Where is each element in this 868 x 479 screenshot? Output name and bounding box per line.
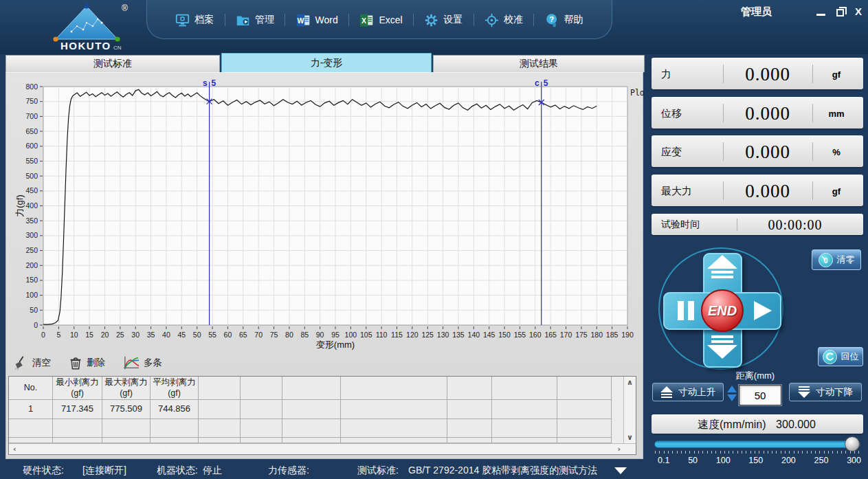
tick-label: 200 (781, 456, 796, 465)
svg-text:650: 650 (25, 127, 38, 135)
readout-force: 力 0.000 gf (652, 58, 863, 89)
scroll-left-arrow[interactable]: ‹ (13, 445, 16, 454)
scroll-up-arrow[interactable]: ∧ (627, 378, 633, 387)
svg-text:170: 170 (560, 331, 572, 339)
speed-slider-ticks (655, 451, 860, 454)
tick-label: 300 (847, 456, 861, 465)
menu-item-calibrate[interactable]: 校准 (485, 13, 523, 27)
jog-up-label: 寸动上升 (678, 386, 715, 399)
tick-label: 100 (716, 456, 731, 465)
home-label: 回位 (841, 350, 859, 363)
distance-input[interactable]: 50 (739, 385, 781, 405)
speed-slider-thumb[interactable] (845, 436, 860, 452)
table-vertical-scrollbar[interactable]: ∧ ∨ (623, 377, 636, 443)
menu-item-archive[interactable]: 档案 (175, 13, 214, 27)
menu-separator (225, 14, 225, 26)
force-deformation-chart[interactable]: 0510152025303540455055606570758085909510… (6, 73, 644, 352)
move-up-button[interactable] (707, 255, 737, 278)
svg-text:700: 700 (25, 112, 38, 120)
speed-value: 300.000 (748, 419, 844, 431)
test-time-label: 试验时间 (661, 219, 700, 231)
title-bar: 档案 管理 W Word X Excel 设置 校准 ? 帮助 (0, 0, 868, 54)
start-button[interactable] (754, 301, 772, 320)
table-header-cell: 最大剥离力(gf) (102, 377, 151, 400)
table-cell (241, 419, 282, 438)
table-cell (199, 438, 241, 443)
control-panel: 力 0.000 gf 位移 0.000 mm 应变 0.000 % 最大力 0.… (649, 55, 868, 467)
speed-card: 速度(mm/min) 300.000 (652, 414, 863, 434)
zero-button[interactable]: 0 清零 (812, 249, 861, 270)
table-header-cell: 平均剥离力(gf) (151, 377, 199, 400)
readout-value: 0.000 (723, 63, 812, 85)
svg-text:10: 10 (70, 331, 78, 339)
window-controls: X (816, 5, 862, 18)
table-cell (151, 419, 199, 438)
readout-strain: 应变 0.000 % (652, 135, 863, 167)
table-horizontal-scrollbar[interactable]: ‹ › (9, 443, 636, 454)
test-time-value: 00:00:00 (737, 217, 854, 233)
delete-button[interactable]: 删除 (69, 356, 105, 370)
table-header-cell (199, 377, 241, 400)
svg-text:120: 120 (406, 331, 419, 339)
menu-item-help[interactable]: ? 帮助 (545, 13, 583, 27)
multi-curve-button[interactable]: 多条 (123, 355, 162, 370)
tick-label: 0.1 (658, 456, 669, 465)
tab-test-standard[interactable]: 测试标准 (5, 55, 220, 72)
move-down-button[interactable] (707, 335, 737, 359)
table-cell (341, 438, 447, 443)
minimize-button[interactable] (816, 14, 825, 16)
table-cell (199, 419, 241, 438)
table-cell: 717.345 (53, 400, 102, 419)
table-cell (53, 419, 102, 438)
close-button[interactable]: X (855, 5, 862, 18)
menu-item-excel[interactable]: X Excel (359, 13, 402, 27)
svg-text:185: 185 (606, 331, 619, 339)
svg-text:CN: CN (113, 45, 122, 51)
svg-text:100: 100 (345, 331, 357, 339)
menu-label: 档案 (194, 14, 214, 26)
spinner-up-arrow[interactable] (727, 386, 737, 392)
table-cell (492, 419, 557, 438)
scroll-down-arrow[interactable]: ∨ (627, 433, 633, 442)
svg-text:75: 75 (270, 331, 278, 339)
tab-force-deformation[interactable]: 力-变形 (221, 53, 432, 72)
svg-text:140: 140 (468, 331, 480, 339)
results-table[interactable]: No.最小剥离力(gf)最大剥离力(gf)平均剥离力(gf)1717.34577… (8, 376, 636, 455)
svg-text:130: 130 (437, 331, 449, 339)
tab-test-result[interactable]: 测试结果 (433, 55, 645, 72)
jog-up-button[interactable]: 寸动上升 (652, 383, 724, 401)
svg-text:150: 150 (25, 276, 38, 284)
standard-dropdown-arrow[interactable] (614, 467, 627, 474)
svg-text:450: 450 (25, 186, 38, 194)
jog-down-button[interactable]: 寸动下降 (789, 383, 862, 401)
distance-label: 距离(mm) (726, 370, 785, 382)
machine-status-label: 机器状态: (157, 465, 198, 477)
distance-spinner[interactable] (727, 386, 737, 401)
menu-item-word[interactable]: W Word (296, 13, 338, 27)
maximize-button[interactable] (836, 9, 844, 16)
svg-text:0: 0 (34, 321, 38, 329)
readout-max-force: 最大力 0.000 gf (652, 175, 863, 206)
home-button[interactable]: 回位 (818, 347, 863, 366)
table-cell (241, 438, 282, 443)
end-button[interactable]: END (701, 289, 744, 332)
svg-text:180: 180 (590, 331, 603, 339)
readout-displacement: 位移 0.000 mm (652, 97, 863, 129)
svg-text:0: 0 (41, 331, 45, 339)
table-cell (102, 419, 151, 438)
menu-item-settings[interactable]: 设置 (424, 13, 463, 27)
svg-text:35: 35 (147, 331, 155, 339)
help-icon: ? (545, 13, 559, 27)
scroll-right-arrow[interactable]: › (617, 445, 621, 454)
spinner-down-arrow[interactable] (727, 394, 737, 401)
pause-button[interactable] (678, 301, 694, 320)
table-cell (151, 438, 199, 443)
svg-text:110: 110 (376, 331, 388, 339)
speed-slider-track[interactable] (654, 441, 860, 448)
menu-item-manage[interactable]: 管理 (236, 13, 274, 27)
readout-label: 位移 (661, 107, 682, 120)
clear-button[interactable]: 清空 (13, 355, 51, 370)
machine-status-value: 停止 (203, 465, 222, 477)
svg-text:65: 65 (239, 331, 247, 339)
svg-text:200: 200 (25, 261, 38, 269)
